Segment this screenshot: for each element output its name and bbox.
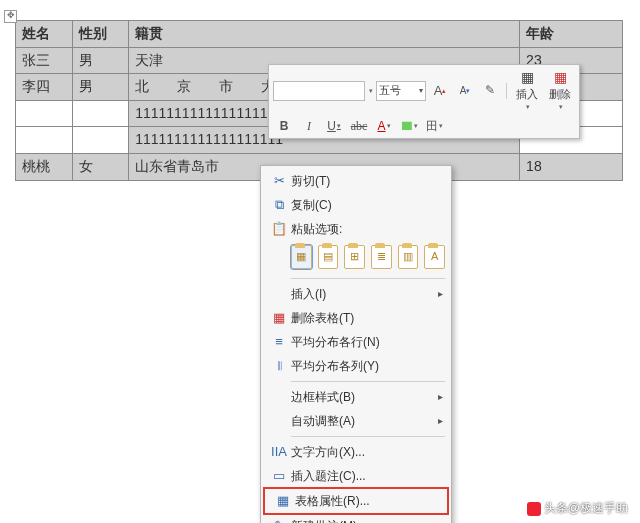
distribute-rows-icon: ≡ — [267, 333, 291, 351]
menu-paste-options-label: 📋粘贴选项: — [261, 217, 451, 241]
context-menu: ✂剪切(T) ⧉复制(C) 📋粘贴选项: ▦ ▤ ⊞ ≣ ▥ A 插入(I)▸ … — [260, 165, 452, 523]
insert-table-button[interactable]: ▦插入▾ — [512, 68, 542, 113]
watermark: 头条@极速手助 — [527, 500, 628, 517]
toutiao-icon — [527, 502, 541, 516]
table-delete-icon: ▦ — [550, 69, 570, 87]
header-age[interactable]: 年龄 — [520, 21, 623, 48]
menu-delete-table[interactable]: ▦删除表格(T) — [261, 306, 451, 330]
submenu-arrow-icon: ▸ — [438, 287, 443, 301]
delete-table-icon: ▦ — [267, 309, 291, 327]
menu-insert-caption[interactable]: ▭插入题注(C)... — [261, 464, 451, 488]
paste-overwrite-icon[interactable]: ▥ — [398, 245, 419, 269]
menu-copy[interactable]: ⧉复制(C) — [261, 193, 451, 217]
paste-nest-table-icon[interactable]: ▤ — [318, 245, 339, 269]
border-button[interactable]: 田▾ — [423, 116, 445, 136]
delete-table-button[interactable]: ▦删除▾ — [545, 68, 575, 113]
comment-icon: ✎ — [267, 517, 291, 523]
grow-font-button[interactable]: A▴ — [429, 81, 451, 101]
font-name-input[interactable] — [273, 81, 365, 101]
paste-insert-rows-icon[interactable]: ≣ — [371, 245, 392, 269]
menu-distribute-cols[interactable]: ⦀平均分布各列(Y) — [261, 354, 451, 378]
menu-insert[interactable]: 插入(I)▸ — [261, 282, 451, 306]
table-header-row: 姓名 性别 籍贯 年龄 — [16, 21, 623, 48]
paste-icon: 📋 — [267, 220, 291, 238]
header-origin[interactable]: 籍贯 — [129, 21, 520, 48]
submenu-arrow-icon: ▸ — [438, 390, 443, 404]
bold-button[interactable]: B — [273, 116, 295, 136]
distribute-cols-icon: ⦀ — [267, 357, 291, 375]
header-gender[interactable]: 性别 — [72, 21, 129, 48]
caption-icon: ▭ — [267, 467, 291, 485]
highlight-button[interactable]: ⯀▾ — [398, 116, 420, 136]
menu-new-comment[interactable]: ✎新建批注(M) — [261, 514, 451, 523]
paste-merge-icon[interactable]: ⊞ — [344, 245, 365, 269]
menu-table-properties[interactable]: ▦表格属性(R)... — [263, 487, 449, 515]
table-properties-icon: ▦ — [271, 492, 295, 510]
table-icon: ▦ — [517, 69, 537, 87]
paste-text-only-icon[interactable]: A — [424, 245, 445, 269]
format-painter-button[interactable]: ✎ — [479, 81, 501, 101]
font-size-select[interactable]: 五号▾ — [376, 81, 426, 101]
paste-keep-source-icon[interactable]: ▦ — [291, 245, 312, 269]
text-direction-icon: IIA — [267, 443, 291, 461]
menu-border-style[interactable]: 边框样式(B)▸ — [261, 385, 451, 409]
chevron-down-icon[interactable]: ▾ — [369, 86, 373, 96]
menu-text-direction[interactable]: IIA文字方向(X)... — [261, 440, 451, 464]
scissors-icon: ✂ — [267, 172, 291, 190]
menu-cut[interactable]: ✂剪切(T) — [261, 169, 451, 193]
paste-options-row: ▦ ▤ ⊞ ≣ ▥ A — [261, 241, 451, 275]
font-color-button[interactable]: A▾ — [373, 116, 395, 136]
strikethrough-button[interactable]: abc — [348, 116, 370, 136]
table-move-handle[interactable]: ✥ — [4, 10, 17, 23]
mini-toolbar: ▾ 五号▾ A▴ A▾ ✎ ▦插入▾ ▦删除▾ B I U▾ abc A▾ ⯀▾… — [268, 64, 580, 139]
submenu-arrow-icon: ▸ — [438, 414, 443, 428]
header-name[interactable]: 姓名 — [16, 21, 73, 48]
copy-icon: ⧉ — [267, 196, 291, 214]
underline-button[interactable]: U▾ — [323, 116, 345, 136]
menu-auto-fit[interactable]: 自动调整(A)▸ — [261, 409, 451, 433]
italic-button[interactable]: I — [298, 116, 320, 136]
shrink-font-button[interactable]: A▾ — [454, 81, 476, 101]
menu-distribute-rows[interactable]: ≡平均分布各行(N) — [261, 330, 451, 354]
